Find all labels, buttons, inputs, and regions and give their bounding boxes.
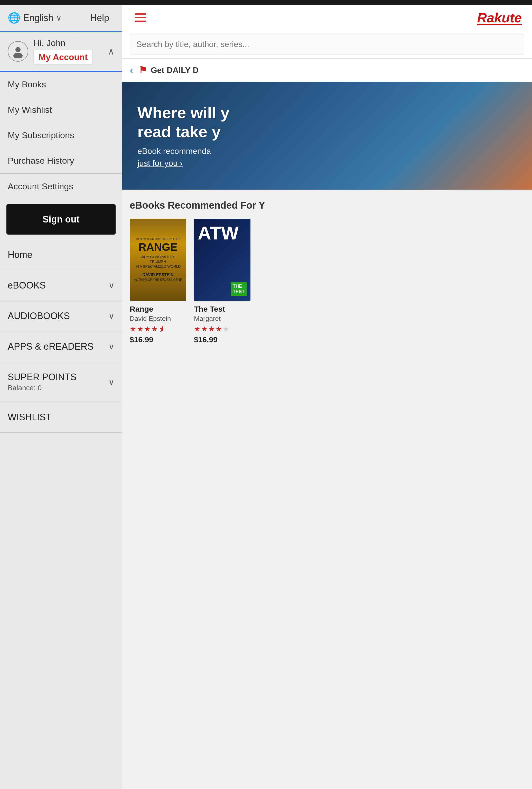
- globe-icon: 🌐: [8, 12, 21, 24]
- language-label: English: [23, 13, 53, 23]
- top-bar: [0, 0, 532, 5]
- star-5-half: ⯨: [158, 325, 166, 333]
- search-bar-container: [122, 30, 532, 59]
- hamburger-menu-button[interactable]: [132, 11, 149, 24]
- content-header: Rakute: [122, 5, 532, 30]
- hamburger-line-1: [135, 13, 146, 15]
- stars-range: ★ ★ ★ ★ ⯨: [130, 325, 186, 333]
- language-button[interactable]: 🌐 English ∨: [0, 5, 77, 31]
- range-subtitle-art: WHY GENERALISTS TRIUMPHIN A SPECIALIZED …: [134, 255, 183, 269]
- my-account-label: My Account: [39, 52, 88, 62]
- test-star-3: ★: [208, 325, 215, 333]
- nytimes-badge: #1 NEW YORK TIMES BESTSELLER: [136, 238, 180, 241]
- star-2: ★: [137, 325, 143, 333]
- book-name-test: The Test: [194, 305, 250, 314]
- banner-prev-button[interactable]: ‹: [130, 64, 134, 77]
- nav-item-audiobooks[interactable]: AUDIOBOOKS ∨: [0, 301, 122, 332]
- section-title: eBooks Recommended For Y: [130, 200, 524, 211]
- rakuten-logo-text: Rakute: [477, 10, 522, 25]
- user-icon: [12, 45, 24, 58]
- hero-text: Where will yread take y eBook recommenda…: [137, 103, 229, 168]
- my-books-item[interactable]: My Books: [0, 72, 122, 97]
- nav-apps-label: APPS & eREADERS: [8, 341, 94, 352]
- second-cover-art: ATW THETEST: [194, 219, 250, 301]
- banner-nav: ‹ ⚑ Get DAILY D: [122, 59, 532, 82]
- nav-ebooks-label: eBOOKS: [8, 280, 46, 291]
- nav-superpoints-label: SUPER POINTS: [8, 372, 77, 382]
- my-account-badge: My Account: [33, 50, 93, 65]
- help-button[interactable]: Help: [77, 5, 122, 31]
- book-cover-range: #1 NEW YORK TIMES BESTSELLER RANGE WHY G…: [130, 219, 186, 301]
- main-content: Rakute ‹ ⚑ Get DAILY D Where will yread …: [122, 5, 532, 789]
- nav-audiobooks-label: AUDIOBOOKS: [8, 311, 70, 321]
- account-settings-item[interactable]: Account Settings: [0, 174, 122, 199]
- hero-banner: Where will yread take y eBook recommenda…: [122, 82, 532, 190]
- hero-title: Where will yread take y: [137, 103, 229, 142]
- nav-item-wishlist[interactable]: WISHLIST: [0, 402, 122, 433]
- books-row: #1 NEW YORK TIMES BESTSELLER RANGE WHY G…: [130, 219, 524, 344]
- book-price-range: $16.99: [130, 335, 186, 344]
- book-author-test: Margaret: [194, 315, 250, 323]
- flag-icon: ⚑: [139, 65, 147, 76]
- nav-item-ebooks[interactable]: eBOOKS ∨: [0, 270, 122, 301]
- superpoints-chevron-icon: ∨: [109, 377, 114, 387]
- book-cover-test: ATW THETEST: [194, 219, 250, 301]
- book-name-range: Range: [130, 305, 186, 314]
- hero-link[interactable]: just for you ›: [137, 158, 229, 168]
- apps-chevron-icon: ∨: [109, 342, 114, 352]
- hamburger-line-3: [135, 21, 146, 22]
- purchase-history-item[interactable]: Purchase History: [0, 148, 122, 173]
- language-help-bar: 🌐 English ∨ Help: [0, 5, 122, 32]
- super-points-balance: Balance: 0: [8, 384, 77, 392]
- star-4: ★: [151, 325, 158, 333]
- range-author-art: DAVID EPSTEINAUTHOR OF THE SPORTS GENE: [134, 273, 182, 282]
- svg-point-0: [15, 47, 21, 52]
- search-input[interactable]: [130, 34, 524, 55]
- rakuten-logo: Rakute: [477, 10, 522, 25]
- star-3: ★: [144, 325, 151, 333]
- chevron-up-icon: ∧: [108, 46, 114, 57]
- greeting-text: Hi, John: [33, 38, 105, 48]
- my-wishlist-item[interactable]: My Wishlist: [0, 97, 122, 123]
- ebooks-chevron-icon: ∨: [109, 281, 114, 290]
- daily-deal: ⚑ Get DAILY D: [139, 65, 199, 76]
- range-cover-art: #1 NEW YORK TIMES BESTSELLER RANGE WHY G…: [130, 219, 186, 301]
- stars-test: ★ ★ ★ ★ ★: [194, 325, 250, 333]
- account-section[interactable]: Hi, John My Account ∧: [0, 32, 122, 72]
- sidebar: 🌐 English ∨ Help Hi, John My Account: [0, 5, 122, 789]
- main-nav: Home eBOOKS ∨ AUDIOBOOKS ∨ APPS & eREADE…: [0, 240, 122, 433]
- star-1: ★: [130, 325, 136, 333]
- range-title-art: RANGE: [138, 242, 177, 252]
- test-star-1: ★: [194, 325, 201, 333]
- book-card-range[interactable]: #1 NEW YORK TIMES BESTSELLER RANGE WHY G…: [130, 219, 186, 344]
- help-label: Help: [90, 13, 109, 23]
- avatar: [8, 41, 28, 62]
- book-author-range: David Epstein: [130, 315, 186, 323]
- second-cover-letters: ATW: [198, 224, 239, 242]
- daily-deal-text: Get DAILY D: [151, 65, 199, 75]
- test-star-5: ★: [223, 325, 229, 333]
- book-card-test[interactable]: ATW THETEST The Test Margaret ★ ★ ★ ★ ★ …: [194, 219, 250, 344]
- account-dropdown-menu: My Books My Wishlist My Subscriptions Pu…: [0, 72, 122, 173]
- book-price-test: $16.99: [194, 335, 250, 344]
- account-info: Hi, John My Account: [33, 38, 105, 65]
- nav-item-super-points[interactable]: SUPER POINTS Balance: 0 ∨: [0, 362, 122, 402]
- second-cover-badge: THETEST: [231, 282, 247, 296]
- nav-item-apps-ereaders[interactable]: APPS & eREADERS ∨: [0, 332, 122, 362]
- svg-point-1: [13, 53, 23, 58]
- my-subscriptions-item[interactable]: My Subscriptions: [0, 123, 122, 148]
- hamburger-line-2: [135, 17, 146, 18]
- chevron-down-icon: ∨: [56, 13, 62, 22]
- hero-subtitle: eBook recommenda: [137, 147, 229, 156]
- audiobooks-chevron-icon: ∨: [109, 311, 114, 321]
- test-star-4: ★: [215, 325, 222, 333]
- sign-out-button[interactable]: Sign out: [6, 204, 116, 234]
- nav-item-home[interactable]: Home: [0, 240, 122, 270]
- recommended-section: eBooks Recommended For Y #1 NEW YORK TIM…: [122, 190, 532, 349]
- test-star-2: ★: [201, 325, 208, 333]
- nav-wishlist-label: WISHLIST: [8, 412, 51, 422]
- nav-home-label: Home: [8, 249, 32, 260]
